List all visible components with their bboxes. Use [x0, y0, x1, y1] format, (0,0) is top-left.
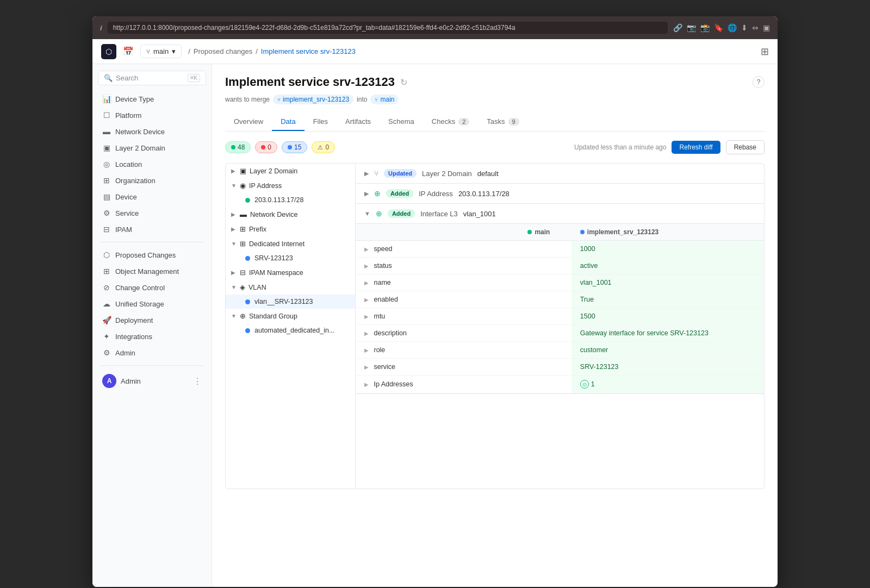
- table-row-ip-addresses[interactable]: ▶ Ip Addresses ⊙ 1: [356, 376, 764, 393]
- sidebar-item-proposed-changes[interactable]: ⬡ Proposed Changes: [95, 247, 209, 263]
- field-ip-addresses: ▶ Ip Addresses: [356, 376, 519, 393]
- diff-card-interface-l3-header[interactable]: ▼ ⊕ Added Interface L3 vlan_1001: [356, 204, 764, 223]
- rebase-button[interactable]: Rebase: [726, 140, 765, 154]
- object-mgmt-icon: ⊞: [102, 267, 111, 276]
- sidebar-item-admin[interactable]: ⚙ Admin: [95, 345, 209, 361]
- tree-item-ip-address[interactable]: ▼ ◉ IP Address: [226, 178, 355, 193]
- tree-item-ip-203[interactable]: ▶ 203.0.113.17/28: [226, 193, 355, 207]
- calendar-icon[interactable]: 📅: [123, 46, 134, 57]
- browser-url[interactable]: http://127.0.0.1:8000/proposed-changes/1…: [108, 22, 668, 34]
- sidebar-item-deployment[interactable]: 🚀 Deployment: [95, 312, 209, 328]
- sidebar-item-organization[interactable]: ⊞ Organization: [95, 172, 209, 189]
- tree-dedicated-internet-label: Dedicated Internet: [249, 240, 304, 248]
- browser-window: i http://127.0.0.1:8000/proposed-changes…: [92, 16, 778, 587]
- tree-item-automated-dedicated[interactable]: ▶ automated_dedicated_in...: [226, 323, 355, 337]
- table-row-mtu[interactable]: ▶ mtu 1500: [356, 308, 764, 325]
- tab-data[interactable]: Data: [272, 113, 304, 131]
- bookmark-icon[interactable]: 🔖: [714, 23, 723, 32]
- tab-overview[interactable]: Overview: [225, 113, 272, 131]
- sidebar-item-device[interactable]: ▤ Device: [95, 189, 209, 205]
- added-badge[interactable]: 48: [225, 141, 251, 153]
- breadcrumb-proposed[interactable]: Proposed changes: [194, 47, 252, 55]
- tree-vlan-icon: ◈: [240, 283, 245, 291]
- tree-layer2-domain-label: Layer 2 Domain: [250, 167, 297, 175]
- target-branch[interactable]: ⑂ main: [370, 95, 399, 104]
- tree-item-dedicated-internet[interactable]: ▼ ⊞ Dedicated Internet: [226, 236, 355, 251]
- card3-expand-chevron: ▼: [364, 210, 370, 217]
- search-box[interactable]: 🔍 Search ⌘K: [98, 71, 206, 85]
- sidebar-user[interactable]: A Admin ⋮: [95, 370, 209, 392]
- sidebar-item-ipam[interactable]: ⊟ IPAM: [95, 221, 209, 237]
- tab-checks[interactable]: Checks 2: [423, 113, 478, 131]
- tab-schema[interactable]: Schema: [380, 113, 423, 131]
- breadcrumb-current[interactable]: Implement service srv-123123: [261, 47, 356, 55]
- table-row-status[interactable]: ▶ status active: [356, 258, 764, 274]
- tree-circle-blue-vlan: [245, 299, 250, 304]
- table-row-speed[interactable]: ▶ speed 1000: [356, 241, 764, 258]
- tree-item-vlan[interactable]: ▼ ◈ VLAN: [226, 280, 355, 295]
- layout-icon[interactable]: ▣: [763, 23, 770, 32]
- tab-artifacts[interactable]: Artifacts: [337, 113, 380, 131]
- sidebar-item-layer2-domain[interactable]: ▣ Layer 2 Domain: [95, 140, 209, 156]
- sidebar-nav-2: ⬡ Proposed Changes ⊞ Object Management ⊘…: [92, 247, 212, 361]
- main-layout: 🔍 Search ⌘K 📊 Device Type ☐ Platform ▬ N…: [92, 64, 778, 587]
- tree-item-layer2-domain[interactable]: ▶ ▣ Layer 2 Domain: [226, 164, 355, 178]
- source-branch-name: implement_srv-123123: [283, 96, 349, 103]
- title-refresh-icon[interactable]: ↻: [400, 77, 407, 87]
- sidebar-item-service[interactable]: ⚙ Service: [95, 205, 209, 221]
- source-branch[interactable]: ⑂ implement_srv-123123: [273, 95, 353, 104]
- branch-icon: ⑂: [146, 48, 150, 55]
- tree-circle-blue-ad: [245, 328, 250, 333]
- table-row-role[interactable]: ▶ role customer: [356, 342, 764, 359]
- warning-icon: ⚠: [318, 144, 323, 151]
- breadcrumb-sep1: /: [188, 47, 190, 55]
- tree-item-srv-123123[interactable]: ▶ SRV-123123: [226, 251, 355, 265]
- branch-selector[interactable]: ⑂ main ▾: [140, 45, 182, 58]
- diff-card-layer2-domain-header[interactable]: ▶ ⑂ Updated Layer 2 Domain default: [356, 164, 764, 183]
- screenshot-icon[interactable]: 📷: [687, 23, 696, 32]
- grid-view-icon[interactable]: ⊞: [761, 46, 769, 58]
- removed-badge[interactable]: 0: [255, 141, 277, 153]
- table-row-name[interactable]: ▶ name vlan_1001: [356, 274, 764, 291]
- tree-item-ipam-namespace[interactable]: ▶ ⊟ IPAM Namespace: [226, 265, 355, 280]
- branch-name: vlan_1001: [571, 274, 764, 291]
- sidebar-item-platform[interactable]: ☐ Platform: [95, 107, 209, 123]
- sidebar-item-device-type[interactable]: 📊 Device Type: [95, 91, 209, 107]
- refresh-diff-button[interactable]: Refresh diff: [672, 141, 720, 154]
- sidebar-item-change-control[interactable]: ⊘ Change Control: [95, 279, 209, 296]
- tree-item-vlan-srv-123123[interactable]: ▶ vlan__SRV-123123: [226, 295, 355, 309]
- tree-item-prefix[interactable]: ▶ ⊞ Prefix: [226, 222, 355, 236]
- tabs: Overview Data Files Artifacts Schema Che…: [225, 113, 765, 132]
- table-row-enabled[interactable]: ▶ enabled True: [356, 291, 764, 308]
- card2-status-badge: Added: [386, 189, 413, 198]
- tab-files[interactable]: Files: [304, 113, 337, 131]
- sidebar-item-location[interactable]: ◎ Location: [95, 156, 209, 172]
- sidebar-item-network-device[interactable]: ▬ Network Device: [95, 123, 209, 140]
- main-enabled: [519, 291, 571, 308]
- warnings-badge[interactable]: ⚠ 0: [312, 141, 335, 153]
- expand-status-icon: ▶: [364, 263, 369, 269]
- diff-card-ip-address-header[interactable]: ▶ ⊕ Added IP Address 203.0.113.17/28: [356, 184, 764, 203]
- checks-badge: 2: [458, 118, 469, 126]
- table-row-service[interactable]: ▶ service SRV-123123: [356, 359, 764, 376]
- sidebar-item-unified-storage[interactable]: ☁ Unified Storage: [95, 296, 209, 312]
- sidebar-item-integrations[interactable]: ✦ Integrations: [95, 328, 209, 345]
- help-icon[interactable]: ?: [753, 76, 765, 88]
- diff-table-body: ▶ speed 1000 ▶ status: [356, 241, 764, 393]
- table-row-description[interactable]: ▶ description Gateway interface for serv…: [356, 325, 764, 342]
- diff-panel: ▶ ⑂ Updated Layer 2 Domain default ▶ ⊕ A…: [356, 163, 765, 489]
- app-logo[interactable]: ⬡: [101, 44, 116, 59]
- updated-badge[interactable]: 15: [282, 141, 307, 153]
- tree-network-device-label: Network Device: [250, 211, 298, 218]
- tree-item-network-device[interactable]: ▶ ▬ Network Device: [226, 207, 355, 222]
- split-icon[interactable]: ⇔: [752, 23, 759, 32]
- tab-tasks[interactable]: Tasks 9: [478, 113, 527, 131]
- globe-icon[interactable]: 🌐: [728, 23, 737, 32]
- tree-item-standard-group[interactable]: ▼ ⊕ Standard Group: [226, 309, 355, 323]
- download-icon[interactable]: ⬇: [741, 23, 748, 32]
- sidebar-label-location: Location: [115, 160, 142, 168]
- camera-icon[interactable]: 📸: [700, 23, 710, 32]
- link-icon[interactable]: 🔗: [673, 23, 682, 32]
- sidebar-item-object-management[interactable]: ⊞ Object Management: [95, 263, 209, 279]
- user-menu-icon[interactable]: ⋮: [193, 376, 202, 386]
